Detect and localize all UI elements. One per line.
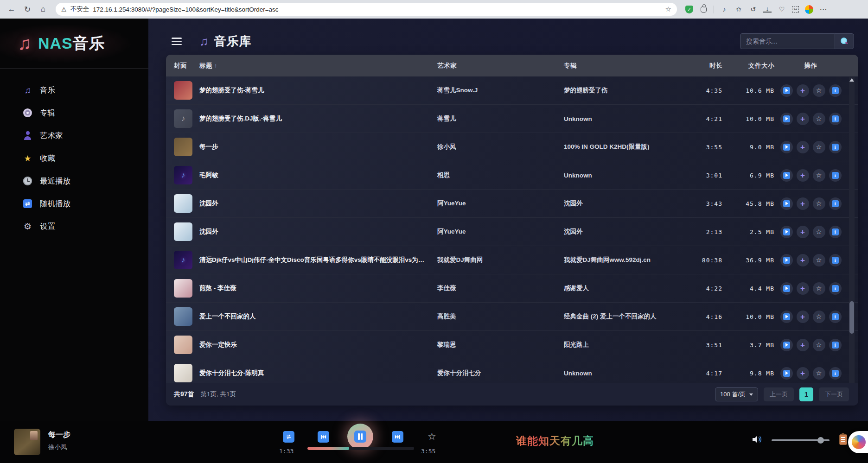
table-row[interactable]: ♪ 毛阿敏 相思 Unknown 3:01 6.9 MB + ☆ i [166,161,858,190]
favorite-button[interactable]: ☆ [813,169,825,182]
info-button[interactable]: i [829,113,842,125]
collections-icon[interactable]: ✩ [734,5,743,13]
sidebar-item-artists[interactable]: 艺术家 [0,124,148,147]
column-artist[interactable]: 艺术家 [437,62,564,70]
volume-icon[interactable] [751,434,762,445]
more-menu-icon[interactable]: ⋯ [819,5,828,13]
volume-slider[interactable] [772,439,830,441]
search-button[interactable] [835,33,854,49]
next-track-button[interactable] [392,431,403,443]
menu-toggle-icon[interactable] [172,38,182,45]
info-button[interactable]: i [829,226,842,238]
table-row[interactable]: ♪ 沈园外 阿YueYue 沈园外 3:43 45.8 MB + ☆ i [166,190,858,218]
column-album[interactable]: 专辑 [564,62,670,70]
favorite-button[interactable]: ☆ [813,226,825,238]
add-to-playlist-button[interactable]: + [797,367,809,380]
clipboard-icon[interactable] [839,434,847,445]
info-button[interactable]: i [829,169,842,182]
add-to-playlist-button[interactable]: + [797,339,809,351]
play-button[interactable] [780,113,793,125]
table-row[interactable]: ♪ 清远Djk仔vs中山Dj伟仔-全中文Disco音乐国粤语多得你vs眼睛不能没… [166,246,858,274]
sidebar-item-shuffle[interactable]: 随机播放 [0,192,148,215]
info-button[interactable]: i [829,311,842,323]
repeat-button[interactable] [283,431,294,443]
current-page-button[interactable]: 1 [799,387,813,401]
favorite-button[interactable]: ☆ [813,141,825,153]
add-to-playlist-button[interactable]: + [797,113,809,125]
add-to-playlist-button[interactable]: + [797,141,809,153]
sidebar-item-favorites[interactable]: 收藏 [0,147,148,170]
sidebar-item-music[interactable]: 音乐 [0,79,148,101]
sidebar-item-recent[interactable]: 最近播放 [0,170,148,192]
play-button[interactable] [780,254,793,266]
play-button[interactable] [780,311,793,323]
volume-knob[interactable] [817,437,824,444]
favorite-button[interactable]: ☆ [813,197,825,210]
favorite-button[interactable]: ☆ [813,311,825,323]
add-to-playlist-button[interactable]: + [797,311,809,323]
search-input[interactable] [740,33,835,49]
column-title[interactable]: 标题↑ [199,62,437,70]
add-to-playlist-button[interactable]: + [797,226,809,238]
add-to-playlist-button[interactable]: + [797,254,809,266]
info-button[interactable]: i [829,254,842,266]
favorite-button[interactable]: ☆ [813,339,825,351]
favorite-button[interactable]: ☆ [813,254,825,266]
table-row[interactable]: ♪ 梦的翅膀受了伤.DJ版.-蒋雪儿 蒋雪儿 Unknown 4:21 10.0… [166,105,858,133]
next-page-button[interactable]: 下一页 [819,387,849,401]
back-icon[interactable]: ← [5,2,19,16]
url-text[interactable]: 172.16.1.254:3080/#/?pageSize=100&sortKe… [93,6,661,13]
add-to-playlist-button[interactable]: + [797,169,809,182]
favorite-track-icon[interactable]: ☆ [428,431,436,442]
shield-check-icon[interactable]: ✓ [685,6,693,13]
info-button[interactable]: i [829,197,842,210]
info-button[interactable]: i [829,339,842,351]
favorite-button[interactable]: ☆ [813,113,825,125]
browser-health-icon[interactable]: ♡ [778,5,786,13]
play-button[interactable] [780,339,793,351]
previous-track-button[interactable] [318,431,329,443]
info-button[interactable]: i [829,141,842,153]
table-row[interactable]: ♪ 每一步 徐小凤 100% IN GOLD K2HD(限量版) 3:55 9.… [166,133,858,161]
play-button[interactable] [780,367,793,380]
add-to-playlist-button[interactable]: + [797,282,809,295]
scrollbar-thumb[interactable] [849,301,854,334]
extension-floater[interactable] [848,431,868,453]
home-icon[interactable]: ⌂ [36,2,50,16]
bookmark-star-icon[interactable]: ☆ [665,5,671,13]
add-to-playlist-button[interactable]: + [797,84,809,97]
column-size[interactable]: 文件大小 [722,62,774,70]
add-to-playlist-button[interactable]: + [797,197,809,210]
play-button[interactable] [780,197,793,210]
table-row[interactable]: ♪ 煎熬 - 李佳薇 李佳薇 感谢爱人 4:22 4.4 MB + ☆ i [166,274,858,303]
progress-bar[interactable] [307,447,414,450]
downloads-icon[interactable]: ↓ [763,6,772,13]
favorite-button[interactable]: ☆ [813,367,825,380]
column-duration[interactable]: 时长 [670,62,722,70]
info-button[interactable]: i [829,367,842,380]
table-scrollbar[interactable] [849,77,855,383]
play-button[interactable] [780,169,793,182]
table-row[interactable]: ♪ 爱你十分泪七分-陈明真 爱你十分泪七分 Unknown 4:17 9.8 M… [166,359,858,383]
info-button[interactable]: i [829,84,842,97]
refresh-icon[interactable]: ↻ [20,2,34,16]
info-button[interactable]: i [829,282,842,295]
favorite-button[interactable]: ☆ [813,282,825,295]
music-extension-icon[interactable]: ♪ [720,5,728,13]
browser-logo-icon[interactable] [805,5,813,14]
extensions-icon[interactable] [701,6,707,13]
play-button[interactable] [780,84,793,97]
sidebar-item-settings[interactable]: 设置 [0,215,148,238]
table-row[interactable]: ♪ 沈园外 阿YueYue 沈园外 2:13 2.5 MB + ☆ i [166,218,858,246]
play-button[interactable] [780,282,793,295]
screenshot-icon[interactable]: ✂ [792,6,799,13]
table-row[interactable]: ♪ 梦的翅膀受了伤-蒋雪儿 蒋雪儿Snow.J 梦的翅膀受了伤 4:35 10.… [166,76,858,105]
play-button[interactable] [780,141,793,153]
prev-page-button[interactable]: 上一页 [764,387,794,401]
scroll-up-icon[interactable] [849,78,854,82]
play-button[interactable] [780,226,793,238]
table-row[interactable]: ♪ 爱上一个不回家的人 高胜美 经典金曲 (2) 爱上一个不回家的人 4:16 … [166,303,858,331]
favorite-button[interactable]: ☆ [813,84,825,97]
table-row[interactable]: ♪ 爱你一定快乐 黎瑞恩 阳光路上 3:51 3.7 MB + ☆ i [166,331,858,359]
address-bar[interactable]: ⚠ 不安全 172.16.1.254:3080/#/?pageSize=100&… [56,3,677,16]
